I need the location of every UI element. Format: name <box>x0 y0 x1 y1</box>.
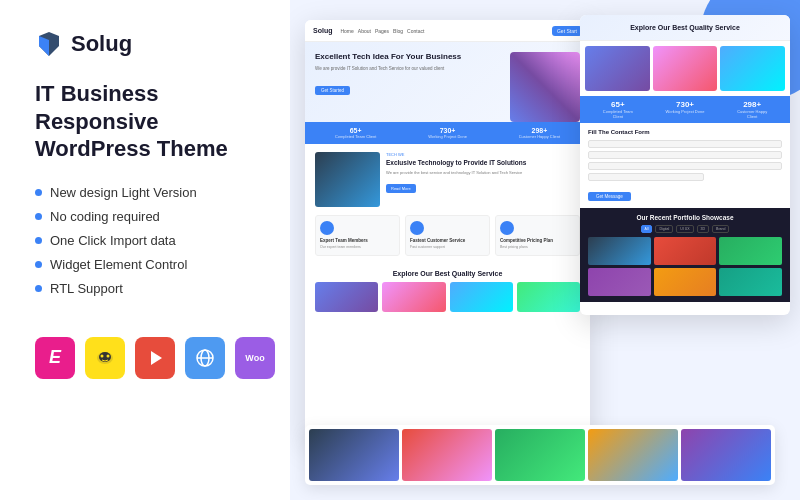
mock2-portfolio-grid <box>588 237 782 296</box>
mock-quality-images <box>315 282 580 312</box>
mock-nav-about: About <box>358 28 371 34</box>
mock2-tab-brand: Brand <box>712 225 729 233</box>
list-item: New design Light Version <box>35 185 275 200</box>
mock-card-icon-1 <box>320 221 334 235</box>
logo-text: Solug <box>71 31 132 57</box>
mock2-img-1 <box>585 46 650 91</box>
mailchimp-icon <box>85 337 125 379</box>
mock2-portfolio-tabs: All Digital UI UX 3D Brand <box>588 225 782 233</box>
mock2-submit-btn: Get Message <box>588 192 631 201</box>
svg-point-2 <box>101 354 104 357</box>
mock2-field-4 <box>588 173 704 181</box>
mock-hero-text: Excellent Tech Idea For Your Business We… <box>315 52 504 122</box>
mock-card-icon-3 <box>500 221 514 235</box>
mock-hero-desc: We are provide IT Solution and Tech Serv… <box>315 66 504 72</box>
mock-card-desc-1: Our expert team members <box>320 245 395 250</box>
mock2-tab-3d: 3D <box>697 225 709 233</box>
bottom-img-4 <box>588 429 678 481</box>
mock-stat-label-2: Working Project Done <box>428 134 467 139</box>
revolution-slider-icon <box>135 337 175 379</box>
mock2-portfolio-item-4 <box>588 268 651 296</box>
mock2-portfolio-item-2 <box>654 237 717 265</box>
mock-stat-3: 298+ Customer Happy Client <box>519 127 560 139</box>
mock-quality-section: Explore Our Best Quality Service <box>305 264 590 318</box>
mock-hero: Excellent Tech Idea For Your Business We… <box>305 42 590 122</box>
mock-stat-2: 730+ Working Project Done <box>428 127 467 139</box>
bullet-icon <box>35 285 42 292</box>
wpml-icon <box>185 337 225 379</box>
mock2-stat-1: 65+ Completed Team Client <box>598 100 638 119</box>
mock-quality-img-1 <box>315 282 378 312</box>
list-item: RTL Support <box>35 281 275 296</box>
mock-card-title-3: Competitive Pricing Plan <box>500 238 575 243</box>
left-panel: Solug IT Business Responsive WordPress T… <box>0 0 310 500</box>
mock2-stat-num-3: 298+ <box>732 100 772 109</box>
elementor-icon: E <box>35 337 75 379</box>
list-item: No coding required <box>35 209 275 224</box>
mock2-field-2 <box>588 151 782 159</box>
bottom-mockup-strip <box>305 425 775 485</box>
mock-card-desc-3: Best pricing plans <box>500 245 575 250</box>
logo-icon <box>35 30 63 58</box>
mock2-field-1 <box>588 140 782 148</box>
mock-hero-btn: Get Started <box>315 86 350 95</box>
mock-stat-label-1: Completed Team Client <box>335 134 377 139</box>
plugin-icons: E Woo <box>35 337 275 379</box>
logo-area: Solug <box>35 30 275 58</box>
mock-stats-bar: 65+ Completed Team Client 730+ Working P… <box>305 122 590 144</box>
mock2-stat-num-2: 730+ <box>666 100 705 109</box>
mock2-portfolio: Our Recent Portfolio Showcase All Digita… <box>580 208 790 302</box>
bottom-img-1 <box>309 429 399 481</box>
mock-nav-blog: Blog <box>393 28 403 34</box>
mock-card-icon-2 <box>410 221 424 235</box>
bottom-img-2 <box>402 429 492 481</box>
mock-card-desc-2: Fast customer support <box>410 245 485 250</box>
mock2-portfolio-item-1 <box>588 237 651 265</box>
mock-quality-title: Explore Our Best Quality Service <box>315 270 580 277</box>
mock-nav-pages: Pages <box>375 28 389 34</box>
mock-quality-img-3 <box>450 282 513 312</box>
mock2-stat-label-1: Completed Team Client <box>598 109 638 119</box>
mock2-stats: 65+ Completed Team Client 730+ Working P… <box>580 96 790 123</box>
mock-stat-num-1: 65+ <box>335 127 377 134</box>
mock-card-title-1: Expert Team Members <box>320 238 395 243</box>
mock-stat-label-3: Customer Happy Client <box>519 134 560 139</box>
mock2-image-row <box>580 41 790 96</box>
mock2-img-2 <box>653 46 718 91</box>
bullet-icon <box>35 237 42 244</box>
mock-section-image <box>315 152 380 207</box>
mock-service-cards: Expert Team Members Our expert team memb… <box>305 215 590 264</box>
mock-stat-1: 65+ Completed Team Client <box>335 127 377 139</box>
list-item: Widget Element Control <box>35 257 275 272</box>
mock2-form: Fill The Contact Form Get Message <box>580 123 790 208</box>
mock-card-2: Fastest Customer Service Fast customer s… <box>405 215 490 256</box>
mock-nav-links: Home About Pages Blog Contact <box>340 28 424 34</box>
mock-section-label: TECH WE <box>386 152 580 157</box>
bottom-img-5 <box>681 429 771 481</box>
secondary-mockup: Explore Our Best Quality Service 65+ Com… <box>580 15 790 315</box>
mock-section-btn: Read More <box>386 184 416 193</box>
mock-section-content: TECH WE Exclusive Technology to Provide … <box>386 152 580 207</box>
features-list: New design Light Version No coding requi… <box>35 185 275 305</box>
mock-tech-section: TECH WE Exclusive Technology to Provide … <box>305 144 590 215</box>
woocommerce-icon: Woo <box>235 337 275 379</box>
mock-nav-home: Home <box>340 28 353 34</box>
mock-section-desc: We are provide the best service and tech… <box>386 170 580 176</box>
svg-marker-4 <box>151 351 162 365</box>
mock2-stat-2: 730+ Working Project Done <box>666 100 705 119</box>
mock-navbar: Solug Home About Pages Blog Contact Get … <box>305 20 590 42</box>
mock2-tab-digital: Digital <box>655 225 673 233</box>
mock2-img-3 <box>720 46 785 91</box>
mock-card-3: Competitive Pricing Plan Best pricing pl… <box>495 215 580 256</box>
main-mockup: Solug Home About Pages Blog Contact Get … <box>305 20 590 440</box>
svg-point-3 <box>107 354 110 357</box>
list-item: One Click Import data <box>35 233 275 248</box>
mock-logo: Solug <box>313 27 332 34</box>
mock-nav-cta: Get Start <box>552 26 582 36</box>
mock-section-title: Exclusive Technology to Provide IT Solut… <box>386 159 580 167</box>
tagline: IT Business Responsive WordPress Theme <box>35 80 275 163</box>
mock2-form-title: Fill The Contact Form <box>588 129 782 135</box>
bullet-icon <box>35 213 42 220</box>
mock-quality-img-4 <box>517 282 580 312</box>
mock-hero-title: Excellent Tech Idea For Your Business <box>315 52 504 62</box>
